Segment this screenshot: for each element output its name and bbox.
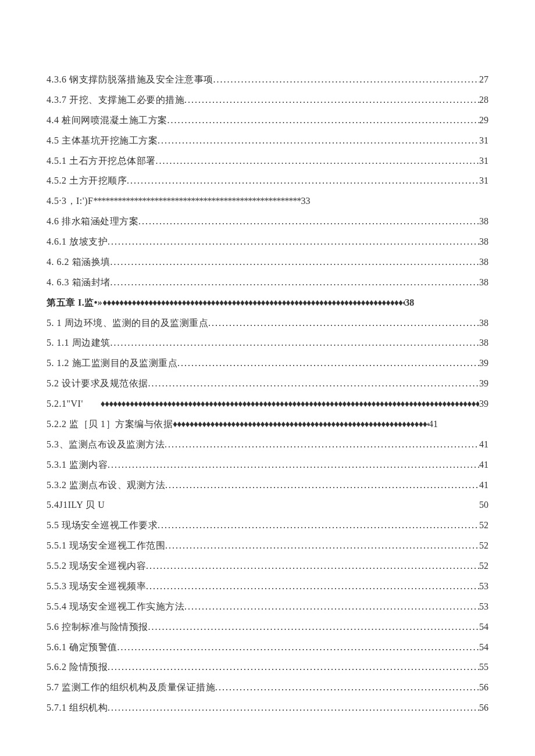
toc-page-number: 52 <box>479 556 488 576</box>
toc-leader-dots <box>208 313 479 334</box>
toc-page-number: 56 <box>479 678 488 698</box>
toc-label: 4. 6.2 箱涵换填 <box>47 252 110 273</box>
toc-label: 4.5 主体基坑开挖施工方案 <box>47 131 158 151</box>
toc-leader-dots <box>184 597 479 617</box>
toc-page-number: 33 <box>301 191 310 212</box>
toc-label: 5.6 控制标准与险情预报 <box>47 617 148 637</box>
toc-page-number: 31 <box>479 131 488 151</box>
toc-page-number: 38 <box>479 333 488 353</box>
toc-entry: 4.5.2 土方开挖顺序 31 <box>47 171 488 191</box>
toc-page-number: 38 <box>479 313 488 334</box>
toc-page-number: 54 <box>479 617 488 637</box>
toc-label: 5.4J1ILY 贝 U <box>47 495 105 515</box>
toc-leader-dots <box>117 637 480 658</box>
toc-entry: 5.3.1 监测内容 41 <box>47 455 488 475</box>
toc-page-number: 53 <box>479 576 488 597</box>
toc-leader-dots <box>213 70 480 90</box>
toc-entry: 5. 1.1 周边建筑 38 <box>47 333 488 353</box>
toc-entry: 4.6 排水箱涵处理方案38 <box>47 212 488 232</box>
toc-page-number: 52 <box>479 536 488 556</box>
toc-entry: 4. 6.2 箱涵换填 38 <box>47 252 488 273</box>
toc-leader-dots <box>148 617 480 637</box>
toc-page-number: 39 <box>479 353 488 374</box>
toc-page: 4.3.6 钢支撑防脱落措施及安全注意事项 274.3.7 开挖、支撑施工必要的… <box>0 0 535 753</box>
toc-leader-dots <box>215 678 479 698</box>
toc-page-number: 38 <box>479 273 488 293</box>
toc-page-number: 28 <box>479 90 488 110</box>
toc-leader-stars: ****************************************… <box>93 191 301 212</box>
toc-page-number: 53 <box>479 597 488 617</box>
toc-leader-diamonds <box>102 293 405 313</box>
toc-leader-dots <box>110 333 480 353</box>
toc-leader-dots <box>156 151 480 171</box>
toc-leader-diamonds <box>101 394 479 414</box>
toc-label: 5.2.1"VI' <box>47 394 83 414</box>
toc-leader-diamonds <box>173 414 429 435</box>
toc-leader-dots <box>165 536 479 556</box>
toc-entry: 5.2 设计要求及规范依据39 <box>47 374 488 394</box>
toc-page-number: 41 <box>429 414 438 435</box>
toc-entry: 5.2.2 监［贝 1］方案编与依据41 <box>47 414 488 435</box>
toc-entry: 5.5.2 现场安全巡视内容 52 <box>47 556 488 576</box>
toc-page-number: 54 <box>479 637 488 658</box>
toc-entry: 5. 1 周边环境、监测的目的及监测重点38 <box>47 313 488 334</box>
toc-label: 5.7 监测工作的组织机构及质量保证措施 <box>47 678 215 698</box>
toc-entry: 5.5.4 现场安全巡视工作实施方法 53 <box>47 597 488 617</box>
toc-leader-dots <box>146 556 479 576</box>
toc-leader-dots <box>138 212 479 232</box>
toc-label: 5.5.3 现场安全巡视频率 <box>47 576 146 597</box>
toc-leader-dots <box>108 698 479 718</box>
toc-leader-dots <box>167 110 480 131</box>
toc-leader-dots <box>165 475 479 496</box>
toc-label: 5.5.1 现场安全巡视工作范围 <box>47 536 165 556</box>
toc-entry: 5.6.1 确定预警值 54 <box>47 637 488 658</box>
toc-label: 5.3.2 监测点布设、观测方法 <box>47 475 165 496</box>
toc-entry: 4.4 桩间网喷混凝土施工方案29 <box>47 110 488 131</box>
toc-entry: 5.3.2 监测点布设、观测方法 41 <box>47 475 488 496</box>
toc-leader-dots <box>177 353 479 374</box>
toc-label: 4.4 桩间网喷混凝土施工方案 <box>47 110 167 131</box>
toc-leader-dots <box>108 657 479 678</box>
toc-page-number: 41 <box>479 435 488 455</box>
toc-page-number: 39 <box>479 394 488 414</box>
toc-entry: 4.3.7 开挖、支撑施工必要的措施 28 <box>47 90 488 110</box>
toc-label: 5.3、监测点布设及监测方法 <box>47 435 165 455</box>
toc-leader-dots <box>146 576 479 597</box>
toc-page-number: 38 <box>479 252 488 273</box>
toc-label: 4.5·3，I:')F <box>47 191 93 212</box>
toc-label: 5.5.4 现场安全巡视工作实施方法 <box>47 597 184 617</box>
toc-label: 4.5.2 土方开挖顺序 <box>47 171 127 191</box>
toc-leader-dots <box>110 273 480 293</box>
toc-entry: 5.3、监测点布设及监测方法 41 <box>47 435 488 455</box>
toc-label: 5.6.2 险情预报 <box>47 657 108 678</box>
toc-entry: 5.5.1 现场安全巡视工作范围 52 <box>47 536 488 556</box>
toc-page-number: 55 <box>479 657 488 678</box>
toc-label: 4.6.1 放坡支护 <box>47 232 108 252</box>
toc-label: 4.3.6 钢支撑防脱落措施及安全注意事项 <box>47 70 213 90</box>
toc-entry: 5. 1.2 施工监测目的及监测重点 39 <box>47 353 488 374</box>
toc-page-number: 38 <box>479 232 488 252</box>
toc-label: 5.2.2 监［贝 1］方案编与依据 <box>47 414 173 435</box>
toc-page-number: 31 <box>479 171 488 191</box>
toc-label: 4.3.7 开挖、支撑施工必要的措施 <box>47 90 184 110</box>
toc-label: 5. 1.2 施工监测目的及监测重点 <box>47 353 177 374</box>
toc-entry: 5.7 监测工作的组织机构及质量保证措施56 <box>47 678 488 698</box>
toc-leader-dots <box>148 374 480 394</box>
toc-page-number: 31 <box>479 151 488 171</box>
toc-entry: 5.7.1 组织机构 56 <box>47 698 488 718</box>
toc-label: 5.3.1 监测内容 <box>47 455 108 475</box>
toc-entry: 4.5.1 土石方开挖总体部署 31 <box>47 151 488 171</box>
toc-leader-dots <box>165 435 479 455</box>
toc-page-number: 38 <box>479 212 488 232</box>
toc-entry: 5.4J1ILY 贝 U50 <box>47 495 488 515</box>
toc-page-number: 39 <box>479 374 488 394</box>
toc-entry: 第五章 I.监•»38 <box>47 293 488 313</box>
toc-entry: 5.2.1"VI'39 <box>47 394 488 414</box>
toc-label: 5.5 现场安全巡视工作要求 <box>47 515 158 536</box>
toc-entry: 4.5·3，I:')F*****************************… <box>47 191 488 212</box>
toc-label: 5.6.1 确定预警值 <box>47 637 117 658</box>
toc-entry: 4.3.6 钢支撑防脱落措施及安全注意事项 27 <box>47 70 488 90</box>
toc-entry: 5.6 控制标准与险情预报54 <box>47 617 488 637</box>
toc-leader-dots <box>108 232 479 252</box>
toc-label: 5.2 设计要求及规范依据 <box>47 374 148 394</box>
